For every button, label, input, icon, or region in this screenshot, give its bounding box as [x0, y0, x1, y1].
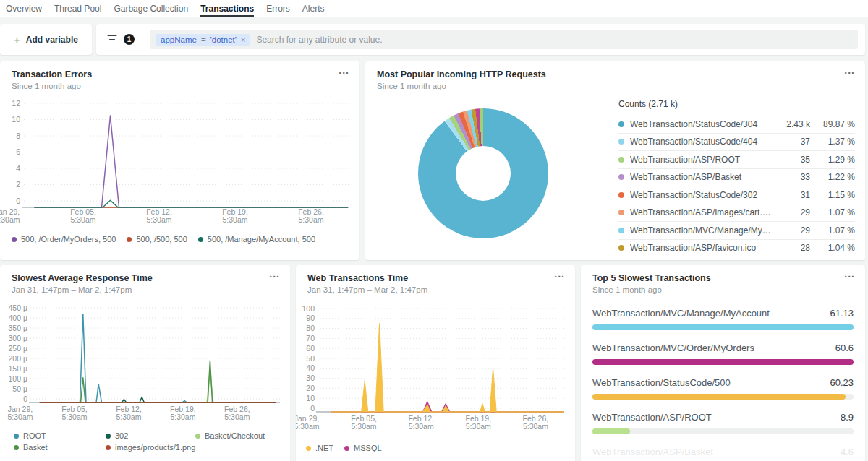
attribute-search-field[interactable]: appName = 'dotnet' ×	[150, 30, 858, 49]
bar-track	[592, 359, 854, 365]
svg-text:50: 50	[306, 354, 315, 363]
tab-errors[interactable]: Errors	[266, 0, 290, 17]
legend-label: Basket	[23, 443, 48, 452]
table-row[interactable]: WebTransaction/ASP/images/cart.png291.07…	[618, 204, 855, 223]
panel-title: Most Popular Incoming HTTP Requests	[377, 69, 836, 79]
table-row[interactable]: WebTransaction/MVC/Manage/MyAccou...291.…	[618, 222, 855, 240]
panel-menu-button[interactable]: ...	[844, 64, 855, 76]
add-variable-button[interactable]: + Add variable	[0, 24, 92, 55]
add-variable-label: Add variable	[26, 35, 78, 45]
tab-overview[interactable]: Overview	[6, 0, 42, 17]
table-row[interactable]: WebTransaction/ASP/favicon.ico281.04 %	[618, 240, 855, 258]
donut-chart[interactable]	[418, 108, 548, 238]
tab-garbage-collection[interactable]: Garbage Collection	[114, 0, 188, 17]
panel-menu-button[interactable]: ...	[844, 268, 855, 280]
chart-legend: 500, /Order/MyOrders, 500500, /500, 5005…	[12, 235, 315, 244]
row-percent: 1.37 %	[810, 137, 855, 147]
table-row[interactable]: WebTransaction/StatusCode/302311.15 %	[618, 186, 855, 204]
row-percent: 1.15 %	[810, 190, 855, 200]
chip-value: 'dotnet'	[210, 35, 237, 44]
panel-menu-button[interactable]: ...	[339, 64, 349, 76]
svg-text:50 µ: 50 µ	[12, 384, 27, 393]
filter-chip-appname[interactable]: appName = 'dotnet' ×	[156, 34, 250, 46]
panel-http-requests: Most Popular Incoming HTTP Requests Sinc…	[365, 61, 865, 260]
legend-item[interactable]: Basket	[14, 443, 106, 452]
top5-row: WebTransaction/ASP/ROOT8.9	[592, 410, 854, 444]
svg-text:70: 70	[306, 334, 315, 342]
bar	[592, 359, 854, 365]
svg-text:10: 10	[12, 115, 20, 124]
legend-label: ROOT	[23, 431, 46, 440]
legend-dot-icon	[306, 446, 311, 451]
row-percent: 1.22 %	[810, 172, 855, 182]
panel-subtitle: Since 1 month ago	[592, 285, 836, 294]
counts-table: Counts (2.71 k) WebTransaction/StatusCod…	[618, 99, 855, 257]
tab-transactions[interactable]: Transactions	[200, 0, 254, 17]
series-dot-icon	[618, 157, 624, 163]
legend-item[interactable]: .NET	[306, 444, 333, 452]
table-row[interactable]: WebTransaction/ASP/ROOT351.29 %	[618, 151, 855, 169]
svg-text:8: 8	[16, 132, 20, 140]
chip-operator: =	[201, 35, 206, 44]
row-percent: 1.07 %	[810, 225, 855, 236]
svg-text:Jan 29,5:30am: Jan 29,5:30am	[0, 207, 20, 224]
table-row[interactable]: WebTransaction/StatusCode/3042.43 k89.87…	[618, 116, 855, 134]
row-count: 28	[773, 243, 810, 253]
legend-label: images/products/1.png	[115, 443, 195, 452]
panel-transaction-errors: Transaction Errors Since 1 month ago ...…	[0, 61, 359, 260]
row-label: WebTransaction/ASP/Basket	[630, 172, 773, 182]
dashboard-page: OverviewThread PoolGarbage CollectionTra…	[0, 0, 868, 461]
legend-dot-icon	[198, 237, 203, 242]
top-nav-tabs: OverviewThread PoolGarbage CollectionTra…	[0, 0, 868, 17]
svg-text:Feb 19,5:30am: Feb 19,5:30am	[465, 414, 491, 431]
bar	[592, 428, 630, 434]
panel-title: Slowest Average Response Time	[12, 273, 261, 283]
bar	[592, 394, 846, 400]
filter-bar: 1 appName = 'dotnet' ×	[96, 24, 865, 55]
transaction-value: 4.6	[841, 447, 854, 457]
row-label: WebTransaction/ASP/images/cart.png	[630, 207, 773, 217]
legend-item[interactable]: 302	[106, 431, 195, 440]
panel-title: Transaction Errors	[12, 69, 331, 79]
row-count: 37	[773, 137, 810, 147]
legend-dot-icon	[12, 237, 17, 242]
legend-label: 500, /Manage/MyAccount, 500	[208, 235, 315, 244]
svg-text:Jan 29,5:30am: Jan 29,5:30am	[7, 405, 33, 421]
legend-item[interactable]: 500, /Order/MyOrders, 500	[12, 235, 116, 244]
svg-text:0: 0	[16, 197, 20, 205]
svg-text:2: 2	[16, 180, 20, 189]
plus-icon: +	[14, 33, 20, 46]
panel-subtitle: Since 1 month ago	[12, 82, 331, 90]
legend-dot-icon	[195, 434, 200, 439]
svg-text:250 µ: 250 µ	[9, 344, 28, 353]
filter-funnel-icon[interactable]	[106, 35, 118, 45]
row-label: WebTransaction/StatusCode/302	[630, 190, 773, 200]
panel-subtitle: Jan 31, 1:47pm – Mar 2, 1:47pm	[307, 285, 546, 294]
search-input[interactable]	[256, 35, 852, 45]
svg-text:100: 100	[302, 304, 315, 313]
legend-item[interactable]: 500, /Manage/MyAccount, 500	[198, 235, 315, 244]
svg-text:0: 0	[23, 395, 27, 403]
svg-text:30: 30	[306, 374, 315, 382]
legend-label: .NET	[315, 444, 333, 452]
chart-legend: ROOT302Basket/CheckoutBasketimages/produ…	[14, 431, 283, 452]
tab-alerts[interactable]: Alerts	[302, 0, 325, 17]
table-row[interactable]: WebTransaction/ASP/Basket331.22 %	[618, 169, 855, 187]
legend-item[interactable]: MSSQL	[344, 444, 382, 452]
tab-thread-pool[interactable]: Thread Pool	[54, 0, 101, 17]
legend-item[interactable]: 500, /500, 500	[127, 235, 187, 244]
panel-menu-button[interactable]: ...	[269, 268, 280, 280]
panel-menu-button[interactable]: ...	[554, 268, 565, 280]
bar-track	[592, 394, 854, 400]
chip-close-icon[interactable]: ×	[241, 35, 245, 44]
legend-item[interactable]: Basket/Checkout	[195, 431, 265, 440]
transaction-label: WebTransaction/MVC/Order/MyOrders	[592, 342, 754, 353]
legend-label: MSSQL	[354, 444, 382, 452]
legend-item[interactable]: ROOT	[14, 431, 106, 440]
chip-attribute: appName	[161, 35, 197, 44]
series-dot-icon	[618, 192, 624, 198]
panel-subtitle: Jan 31, 1:47pm – Mar 2, 1:47pm	[12, 285, 261, 294]
legend-item[interactable]: images/products/1.png	[106, 443, 195, 452]
legend-dot-icon	[344, 446, 349, 451]
table-row[interactable]: WebTransaction/StatusCode/404371.37 %	[618, 134, 855, 152]
